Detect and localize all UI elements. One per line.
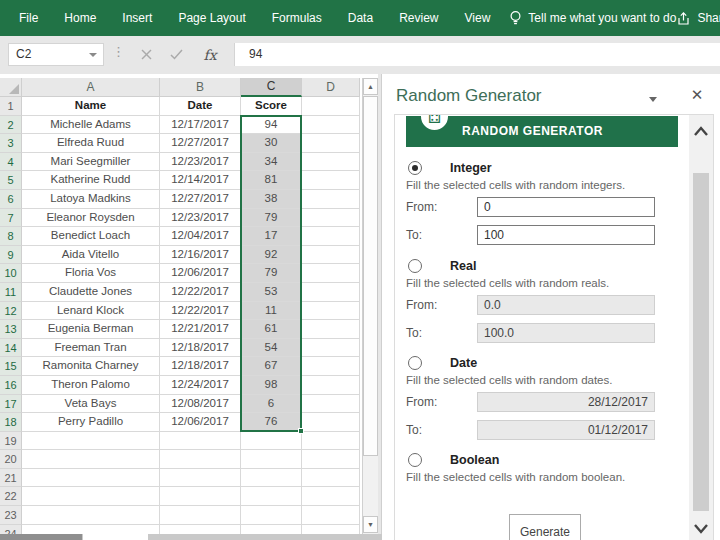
cell-D18[interactable] — [302, 413, 360, 432]
cell-B3[interactable]: 12/27/2017 — [160, 134, 241, 153]
cell-B6[interactable]: 12/27/2017 — [160, 190, 241, 209]
column-header-d[interactable]: D — [302, 78, 360, 97]
cell-A19[interactable] — [22, 432, 160, 451]
active-sheet-tab[interactable] — [83, 534, 148, 540]
cell-D14[interactable] — [302, 339, 360, 358]
radio-real[interactable] — [408, 259, 422, 273]
cell-D17[interactable] — [302, 395, 360, 414]
cell-A14[interactable]: Freeman Tran — [22, 339, 160, 358]
name-box[interactable]: C2 — [8, 43, 104, 66]
row-header-9[interactable]: 9 — [0, 246, 22, 265]
row-header-11[interactable]: 11 — [0, 283, 22, 302]
row-header-16[interactable]: 16 — [0, 376, 22, 395]
cell-B22[interactable] — [160, 487, 241, 506]
column-header-b[interactable]: B — [160, 78, 241, 97]
cell-C10[interactable]: 79 — [241, 264, 302, 283]
cell-B10[interactable]: 12/06/2017 — [160, 264, 241, 283]
row-header-23[interactable]: 23 — [0, 506, 22, 525]
cell-D16[interactable] — [302, 376, 360, 395]
cell-C24[interactable] — [241, 525, 302, 534]
cell-B15[interactable]: 12/18/2017 — [160, 357, 241, 376]
row-header-10[interactable]: 10 — [0, 264, 22, 283]
row-header-17[interactable]: 17 — [0, 395, 22, 414]
cell-B24[interactable] — [160, 525, 241, 534]
cell-B21[interactable] — [160, 469, 241, 488]
cell-C21[interactable] — [241, 469, 302, 488]
cell-D20[interactable] — [302, 450, 360, 469]
radio-integer[interactable] — [408, 161, 422, 175]
cell-D7[interactable] — [302, 209, 360, 228]
grid-vertical-scrollbar[interactable]: ▲ ▼ — [362, 78, 378, 534]
row-header-4[interactable]: 4 — [0, 153, 22, 172]
cell-D1[interactable] — [302, 97, 360, 116]
cell-C8[interactable]: 17 — [241, 227, 302, 246]
cell-C4[interactable]: 34 — [241, 153, 302, 172]
select-all-corner[interactable] — [0, 78, 22, 97]
ribbon-tab-page-layout[interactable]: Page Layout — [165, 0, 258, 36]
cell-B9[interactable]: 12/16/2017 — [160, 246, 241, 265]
cell-D21[interactable] — [302, 469, 360, 488]
row-header-15[interactable]: 15 — [0, 357, 22, 376]
insert-function-button[interactable]: fx — [198, 43, 222, 66]
cell-A6[interactable]: Latoya Madkins — [22, 190, 160, 209]
cell-D19[interactable] — [302, 432, 360, 451]
cell-D2[interactable] — [302, 116, 360, 135]
cell-B4[interactable]: 12/23/2017 — [160, 153, 241, 172]
cell-A20[interactable] — [22, 450, 160, 469]
enter-button[interactable] — [164, 43, 188, 66]
cell-D12[interactable] — [302, 302, 360, 321]
cell-A10[interactable]: Floria Vos — [22, 264, 160, 283]
cell-A13[interactable]: Eugenia Berman — [22, 320, 160, 339]
cell-C14[interactable]: 54 — [241, 339, 302, 358]
cell-B18[interactable]: 12/06/2017 — [160, 413, 241, 432]
from-input-integer[interactable]: 0 — [477, 197, 655, 217]
pane-scroll-up-icon[interactable] — [692, 123, 710, 141]
cell-B20[interactable] — [160, 450, 241, 469]
row-header-7[interactable]: 7 — [0, 209, 22, 228]
cell-A15[interactable]: Ramonita Charney — [22, 357, 160, 376]
cell-A18[interactable]: Perry Padillo — [22, 413, 160, 432]
cell-C1[interactable]: Score — [241, 97, 302, 116]
ribbon-tab-formulas[interactable]: Formulas — [259, 0, 335, 36]
pane-close-button[interactable]: ✕ — [688, 86, 706, 104]
cell-C13[interactable]: 61 — [241, 320, 302, 339]
generate-button[interactable]: Generate — [509, 514, 581, 540]
cell-D3[interactable] — [302, 134, 360, 153]
ribbon-tab-home[interactable]: Home — [51, 0, 109, 36]
cell-C22[interactable] — [241, 487, 302, 506]
cell-B2[interactable]: 12/17/2017 — [160, 116, 241, 135]
cell-B13[interactable]: 12/21/2017 — [160, 320, 241, 339]
to-input-integer[interactable]: 100 — [477, 225, 655, 245]
cell-C23[interactable] — [241, 506, 302, 525]
cell-A23[interactable] — [22, 506, 160, 525]
cell-D8[interactable] — [302, 227, 360, 246]
cell-C6[interactable]: 38 — [241, 190, 302, 209]
radio-boolean[interactable] — [408, 453, 422, 467]
cell-C11[interactable]: 53 — [241, 283, 302, 302]
cell-A11[interactable]: Claudette Jones — [22, 283, 160, 302]
cell-B11[interactable]: 12/22/2017 — [160, 283, 241, 302]
cell-D13[interactable] — [302, 320, 360, 339]
cell-D4[interactable] — [302, 153, 360, 172]
cell-D9[interactable] — [302, 246, 360, 265]
grid-scroll-thumb[interactable] — [363, 96, 378, 456]
row-header-1[interactable]: 1 — [0, 97, 22, 116]
row-header-6[interactable]: 6 — [0, 190, 22, 209]
cell-B1[interactable]: Date — [160, 97, 241, 116]
row-header-22[interactable]: 22 — [0, 487, 22, 506]
cell-A22[interactable] — [22, 487, 160, 506]
cell-A16[interactable]: Theron Palomo — [22, 376, 160, 395]
column-header-a[interactable]: A — [22, 78, 160, 97]
cell-D15[interactable] — [302, 357, 360, 376]
radio-date[interactable] — [408, 356, 422, 370]
sheet-tab-strip[interactable] — [0, 534, 382, 540]
cell-C17[interactable]: 6 — [241, 395, 302, 414]
cell-A2[interactable]: Michelle Adams — [22, 116, 160, 135]
cell-B12[interactable]: 12/22/2017 — [160, 302, 241, 321]
row-header-8[interactable]: 8 — [0, 227, 22, 246]
cell-A5[interactable]: Katherine Rudd — [22, 171, 160, 190]
cell-A7[interactable]: Eleanor Roysden — [22, 209, 160, 228]
cancel-button[interactable] — [134, 43, 158, 66]
cell-D5[interactable] — [302, 171, 360, 190]
row-header-14[interactable]: 14 — [0, 339, 22, 358]
